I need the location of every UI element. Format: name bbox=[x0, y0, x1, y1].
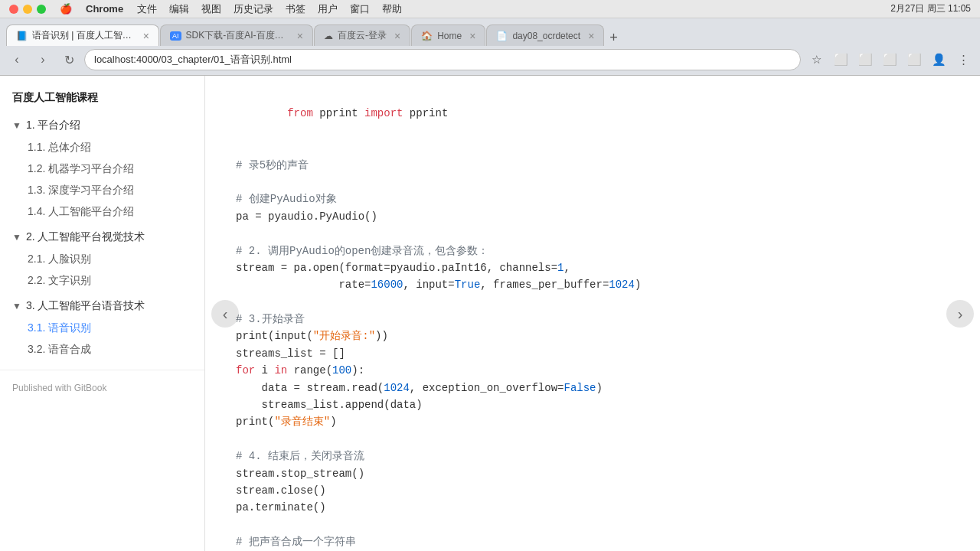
tab-sdk[interactable]: AI SDK下载-百度AI-百度AI开放平... × bbox=[160, 24, 313, 46]
code-line-for: for i in range(100): bbox=[236, 362, 949, 379]
main-layout: 百度人工智能课程 ▼ 1. 平台介绍 1.1. 总体介绍 1.2. 机器学习平台… bbox=[0, 76, 980, 551]
minimize-button[interactable] bbox=[23, 5, 32, 14]
code-line-stream-open: stream = pa.open(format=pyaudio.paInt16,… bbox=[236, 259, 949, 276]
sidebar-item-1-1[interactable]: 1.1. 总体介绍 bbox=[0, 137, 204, 158]
code-line-blank-6 bbox=[236, 517, 949, 533]
sidebar-item-1-4[interactable]: 1.4. 人工智能平台介绍 bbox=[0, 201, 204, 223]
menu-icon[interactable]: ⋮ bbox=[952, 49, 974, 70]
sidebar-top-header[interactable]: 百度人工智能课程 bbox=[0, 85, 204, 114]
content-area[interactable]: ‹ from pprint import pprint # 录5秒的声音 # 创… bbox=[205, 76, 980, 551]
menu-edit[interactable]: 编辑 bbox=[169, 2, 189, 16]
sidebar-item-2-2[interactable]: 2.2. 文字识别 bbox=[0, 270, 204, 292]
tab-ocr[interactable]: 📄 day08_ocrdetect × bbox=[486, 24, 604, 46]
tab-close-2[interactable]: × bbox=[297, 30, 303, 42]
tab-close-1[interactable]: × bbox=[143, 30, 149, 42]
user-icon[interactable]: 👤 bbox=[928, 49, 949, 70]
address-bar-row: ‹ › ↻ ☆ ⬜ ⬜ ⬜ ⬜ 👤 ⋮ bbox=[0, 46, 980, 75]
code-line-print-end: print("录音结束") bbox=[236, 413, 949, 430]
code-line-streams-list: streams_list = [] bbox=[236, 345, 949, 362]
code-content: from pprint import pprint # 录5秒的声音 # 创建P… bbox=[205, 76, 980, 551]
sidebar-section-header-1[interactable]: ▼ 1. 平台介绍 bbox=[0, 114, 204, 137]
tab-close-3[interactable]: × bbox=[394, 30, 400, 42]
chevron-down-icon-2: ▼ bbox=[12, 232, 21, 243]
code-line-data-read: data = stream.read(1024, exception_on_ov… bbox=[236, 380, 949, 396]
tab-title-5: day08_ocrdetect bbox=[512, 31, 580, 41]
menu-help[interactable]: 帮助 bbox=[382, 2, 402, 16]
menu-user[interactable]: 用户 bbox=[318, 2, 338, 16]
tab-favicon-5: 📄 bbox=[496, 31, 508, 41]
browser-chrome: 📘 语音识别 | 百度人工智能课程 × AI SDK下载-百度AI-百度AI开放… bbox=[0, 18, 980, 76]
code-line-blank-3 bbox=[236, 225, 949, 242]
back-button[interactable]: ‹ bbox=[6, 49, 28, 70]
sidebar-section-label-1: 1. 平台介绍 bbox=[26, 119, 81, 132]
sidebar-item-1-3[interactable]: 1.3. 深度学习平台介绍 bbox=[0, 180, 204, 201]
sidebar-section-2: ▼ 2. 人工智能平台视觉技术 2.1. 人脸识别 2.2. 文字识别 bbox=[0, 226, 204, 292]
sidebar-section-header-3[interactable]: ▼ 3. 人工智能平台语音技术 bbox=[0, 295, 204, 318]
new-tab-button[interactable]: + bbox=[605, 30, 622, 46]
tab-title-4: Home bbox=[437, 31, 462, 41]
tab-speech-recognition[interactable]: 📘 语音识别 | 百度人工智能课程 × bbox=[6, 24, 159, 46]
extension-icon-3[interactable]: ⬜ bbox=[879, 49, 900, 70]
traffic-lights[interactable] bbox=[9, 5, 46, 14]
code-line-blank-5 bbox=[236, 431, 949, 448]
tab-title-3: 百度云-登录 bbox=[338, 29, 387, 42]
sidebar-footer: Published with GitBook bbox=[0, 370, 204, 406]
macos-status-bar: 2月27日 周三 11:05 bbox=[890, 2, 971, 15]
tab-title-1: 语音识别 | 百度人工智能课程 bbox=[32, 29, 136, 42]
close-button[interactable] bbox=[9, 5, 18, 14]
code-line-append: streams_list.append(data) bbox=[236, 396, 949, 413]
forward-button[interactable]: › bbox=[32, 49, 54, 70]
menu-view[interactable]: 视图 bbox=[201, 2, 221, 16]
tab-home[interactable]: 🏠 Home × bbox=[411, 24, 485, 46]
extension-icon-1[interactable]: ⬜ bbox=[830, 49, 851, 70]
code-line-stop: stream.stop_stream() bbox=[236, 465, 949, 482]
sidebar-item-1-2[interactable]: 1.2. 机器学习平台介绍 bbox=[0, 158, 204, 180]
sidebar-item-3-1[interactable]: 3.1. 语音识别 bbox=[0, 318, 204, 339]
code-line-terminate: pa.terminate() bbox=[236, 499, 949, 516]
sidebar-section-3: ▼ 3. 人工智能平台语音技术 3.1. 语音识别 3.2. 语音合成 bbox=[0, 295, 204, 360]
code-line-blank-2 bbox=[236, 174, 949, 191]
tab-favicon-4: 🏠 bbox=[421, 31, 433, 41]
menu-bookmarks[interactable]: 书签 bbox=[286, 2, 305, 16]
macos-menubar: 🍎 Chrome 文件 编辑 视图 历史记录 书签 用户 窗口 帮助 2月27日… bbox=[0, 0, 980, 18]
sidebar-top-title: 百度人工智能课程 bbox=[12, 91, 98, 105]
prev-page-button[interactable]: ‹ bbox=[211, 300, 239, 328]
tab-baidu-cloud[interactable]: ☁ 百度云-登录 × bbox=[314, 24, 410, 46]
sidebar-section-label-2: 2. 人工智能平台视觉技术 bbox=[26, 230, 145, 244]
app-name[interactable]: Chrome bbox=[86, 3, 123, 15]
code-line-1: from pprint import pprint bbox=[236, 88, 949, 139]
code-line-blank-4 bbox=[236, 294, 949, 311]
sidebar-item-3-2[interactable]: 3.2. 语音合成 bbox=[0, 339, 204, 360]
next-page-button[interactable]: › bbox=[946, 300, 974, 328]
code-line-print-start: print(input("开始录音:")) bbox=[236, 328, 949, 344]
address-input[interactable] bbox=[84, 49, 801, 70]
tab-bar: 📘 语音识别 | 百度人工智能课程 × AI SDK下载-百度AI-百度AI开放… bbox=[0, 18, 980, 46]
chevron-down-icon-1: ▼ bbox=[12, 120, 21, 131]
menu-bar-items: 文件 编辑 视图 历史记录 书签 用户 窗口 帮助 bbox=[137, 2, 402, 16]
tab-favicon-3: ☁ bbox=[324, 31, 333, 41]
code-line-comment-4: # 3.开始录音 bbox=[236, 311, 949, 328]
extension-icon-2[interactable]: ⬜ bbox=[854, 49, 876, 70]
tab-close-5[interactable]: × bbox=[588, 30, 594, 42]
code-line-comment-3: # 2. 调用PyAudio的open创建录音流，包含参数： bbox=[236, 243, 949, 259]
tab-favicon-1: 📘 bbox=[16, 31, 28, 41]
menu-history[interactable]: 历史记录 bbox=[234, 2, 273, 16]
fullscreen-button[interactable] bbox=[37, 5, 46, 14]
sidebar-section-1: ▼ 1. 平台介绍 1.1. 总体介绍 1.2. 机器学习平台介绍 1.3. 深… bbox=[0, 114, 204, 223]
code-line-pa: pa = pyaudio.PyAudio() bbox=[236, 208, 949, 225]
reload-button[interactable]: ↻ bbox=[58, 49, 80, 70]
code-line-blank-1 bbox=[236, 139, 949, 156]
sidebar-item-2-1[interactable]: 2.1. 人脸识别 bbox=[0, 249, 204, 270]
tab-close-4[interactable]: × bbox=[469, 30, 475, 42]
toolbar-icons: ☆ ⬜ ⬜ ⬜ ⬜ 👤 ⋮ bbox=[805, 49, 974, 70]
code-line-comment-6: # 把声音合成一个字符串 bbox=[236, 533, 949, 550]
bookmark-icon[interactable]: ☆ bbox=[805, 49, 827, 70]
sidebar-section-label-3: 3. 人工智能平台语音技术 bbox=[26, 299, 145, 313]
sidebar: 百度人工智能课程 ▼ 1. 平台介绍 1.1. 总体介绍 1.2. 机器学习平台… bbox=[0, 76, 205, 551]
chevron-down-icon-3: ▼ bbox=[12, 301, 21, 311]
menu-file[interactable]: 文件 bbox=[137, 2, 157, 16]
apple-menu[interactable]: 🍎 bbox=[60, 3, 72, 15]
menu-window[interactable]: 窗口 bbox=[350, 2, 370, 16]
sidebar-section-header-2[interactable]: ▼ 2. 人工智能平台视觉技术 bbox=[0, 226, 204, 249]
extension-icon-4[interactable]: ⬜ bbox=[903, 49, 925, 70]
